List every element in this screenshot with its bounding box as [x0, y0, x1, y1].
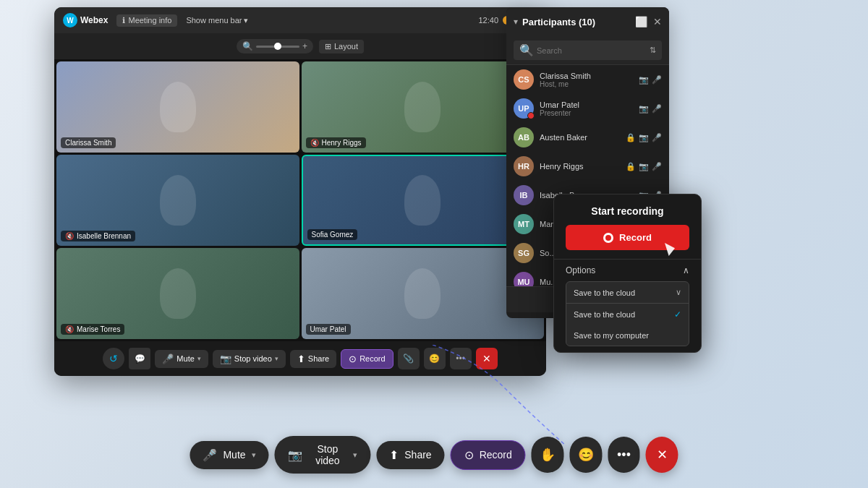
more-button-small[interactable]: •••: [450, 348, 472, 369]
emoji-button-small[interactable]: 😊: [424, 348, 446, 369]
search-container[interactable]: 🔍 ⇅: [514, 40, 662, 60]
reaction-button-large[interactable]: 😊: [569, 437, 602, 473]
chevron-down-icon: ▾: [244, 16, 248, 25]
video-label-clarissa: Clarissa Smith: [61, 137, 116, 148]
record-label-small: Record: [359, 354, 385, 363]
save-computer-label: Save to my computer: [574, 331, 649, 340]
share-label-large: Share: [404, 449, 431, 461]
zoom-control[interactable]: 🔍 +: [237, 39, 313, 53]
raise-hand-button-large[interactable]: ✋: [532, 437, 564, 473]
show-menu-button[interactable]: Show menu bar ▾: [186, 16, 248, 25]
video-chevron-large: ▾: [353, 450, 357, 460]
title-bar: W Webex ℹ Meeting info Show menu bar ▾ 1…: [54, 7, 546, 33]
meeting-info-button[interactable]: ℹ Meeting info: [116, 14, 177, 27]
emoji-icon: 😊: [429, 354, 440, 364]
stop-video-button-small[interactable]: 📷 Stop video ▾: [213, 350, 286, 368]
record-button-large[interactable]: ⊙ Record: [451, 440, 526, 470]
sort-icon[interactable]: ⇅: [650, 46, 656, 55]
participant-item-henry[interactable]: HR Henry Riggs 🔒 📷 🎤: [506, 152, 669, 181]
participant-info-clarissa: Clarissa Smith Host, me: [540, 72, 633, 88]
video-grid: Clarissa Smith 🔇 Henry Riggs 🔇 Isabelle …: [54, 59, 546, 341]
end-call-icon: ✕: [482, 353, 491, 364]
save-dropdown: Save to the cloud ∨ Save to the cloud ✓ …: [566, 281, 689, 346]
clip-button-small[interactable]: 📎: [398, 348, 420, 369]
marise-mute-icon: 🔇: [65, 325, 74, 333]
record-btn-label: Record: [619, 232, 652, 243]
participant-info-austen: Austen Baker: [540, 133, 620, 142]
share-button-large[interactable]: ⬆ Share: [376, 441, 444, 469]
participant-avatar-henry: HR: [514, 156, 534, 176]
mute-label-large: Mute: [223, 449, 245, 461]
save-option-computer[interactable]: Save to my computer: [566, 325, 689, 346]
participant-item-clarissa[interactable]: CS Clarissa Smith Host, me 📷 🎤: [506, 65, 669, 94]
participant-name-henry: Henry Riggs: [540, 162, 620, 171]
stop-video-button-large[interactable]: 📷 Stop video ▾: [275, 436, 371, 474]
record-button-big[interactable]: Record: [566, 225, 689, 250]
record-circle-inner: [605, 235, 611, 241]
share-button-small[interactable]: ⬆ Share: [290, 350, 336, 368]
participant-item-austen[interactable]: AB Austen Baker 🔒 📷 🎤: [506, 123, 669, 152]
participant-item-umar[interactable]: UP Umar Patel Presenter 📷 🎤: [506, 94, 669, 123]
chat-button-small[interactable]: 💬: [129, 348, 150, 369]
cam-icon-austen: 📷: [639, 133, 649, 142]
more-icon: •••: [456, 354, 465, 364]
video-label-marise: 🔇 Marise Torres: [61, 324, 124, 335]
henry-name-label: Henry Riggs: [322, 139, 362, 147]
dropdown-chevron-icon: ∨: [676, 288, 681, 297]
isabelle-mute-icon: 🔇: [65, 232, 74, 240]
loading-icon[interactable]: ↺: [103, 348, 124, 369]
stop-video-label-large: Stop video: [308, 443, 348, 466]
options-header: Options ∧: [566, 265, 689, 275]
raise-hand-icon: ✋: [540, 447, 556, 463]
participant-avatar-umar: UP: [514, 98, 534, 119]
lock-icon-austen: 🔒: [626, 133, 636, 142]
more-button-large[interactable]: •••: [608, 437, 640, 473]
participant-role-umar: Presenter: [540, 109, 633, 117]
participant-avatar-clarissa: CS: [514, 69, 534, 90]
video-label-sofia: Sofia Gomez: [307, 229, 358, 240]
mute-chevron: ▾: [197, 355, 201, 362]
webex-logo: W Webex: [63, 13, 108, 27]
layout-button[interactable]: ⊞ Layout: [319, 40, 364, 53]
mic-icon: 🎤: [162, 354, 174, 364]
webex-logo-icon: W: [63, 13, 77, 27]
marise-name-label: Marise Torres: [77, 325, 120, 333]
time-display: 12:40: [478, 16, 498, 25]
video-toolbar: 🔍 + ⊞ Layout: [54, 33, 546, 59]
record-label-large: Record: [480, 449, 512, 461]
zoom-out-icon: 🔍: [242, 41, 253, 51]
henry-mute-icon: 🔇: [310, 139, 319, 147]
zoom-slider[interactable]: [256, 46, 299, 48]
umar-name-label: Umar Patel: [310, 325, 346, 333]
mute-button-small[interactable]: 🎤 Mute ▾: [155, 350, 208, 368]
cam-icon-umar: 📷: [639, 104, 649, 114]
search-icon: 🔍: [519, 43, 534, 57]
options-chevron-icon[interactable]: ∧: [683, 265, 689, 275]
panel-popout-icon[interactable]: ⬜: [635, 16, 647, 27]
panel-collapse-icon[interactable]: ▾: [514, 17, 518, 27]
clarissa-name-label: Clarissa Smith: [65, 139, 111, 147]
save-to-cloud-label: Save to the cloud: [574, 288, 635, 297]
participant-avatar-mu: MU: [514, 272, 534, 286]
save-option-cloud[interactable]: Save to the cloud ✓: [566, 304, 689, 325]
mute-chevron-large: ▾: [252, 450, 256, 460]
end-call-button-large[interactable]: ✕: [646, 437, 678, 473]
participant-info-henry: Henry Riggs: [540, 162, 620, 171]
participant-icons-clarissa: 📷 🎤: [639, 75, 662, 85]
share-icon: ⬆: [297, 354, 305, 364]
panel-close-icon[interactable]: ✕: [653, 16, 662, 27]
mic-icon-clarissa: 🎤: [652, 75, 662, 85]
mute-button-large[interactable]: 🎤 Mute ▾: [190, 441, 268, 469]
zoom-in-icon: +: [302, 41, 307, 51]
reaction-icon: 😊: [578, 447, 594, 463]
search-input[interactable]: [537, 46, 647, 55]
record-button-small[interactable]: ⊙ Record: [341, 349, 393, 369]
large-toolbar: 🎤 Mute ▾ 📷 Stop video ▾ ⬆ Share ⊙ Record…: [190, 436, 678, 474]
options-label: Options: [566, 265, 595, 275]
end-call-button-small[interactable]: ✕: [476, 348, 498, 369]
show-menu-label: Show menu bar: [186, 16, 242, 25]
recording-popup: Start recording Record Options ∧ Save to…: [553, 194, 702, 353]
participant-avatar-marise: MT: [514, 214, 534, 234]
save-dropdown-header[interactable]: Save to the cloud ∨: [566, 282, 689, 304]
check-icon: ✓: [674, 309, 681, 320]
